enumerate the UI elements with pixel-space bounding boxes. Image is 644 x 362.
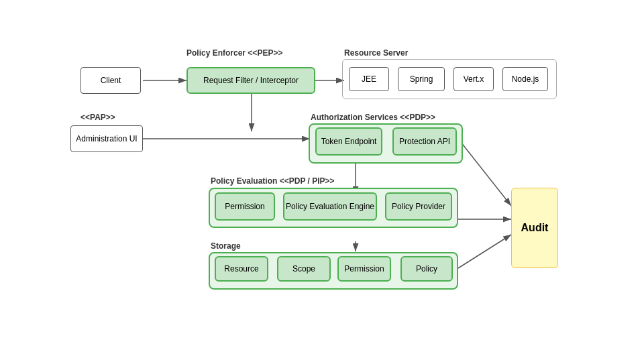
client-box: Client — [80, 67, 141, 94]
token-endpoint-box: Token Endpoint — [315, 127, 382, 156]
resource-box: Resource — [215, 256, 268, 282]
jee-box: JEE — [349, 67, 389, 91]
policy-box: Policy — [400, 256, 453, 282]
scope-box: Scope — [277, 256, 331, 282]
policy-eval-label: Policy Evaluation <<PDP / PIP>> — [211, 176, 335, 186]
pep-label: Policy Enforcer <<PEP>> — [186, 48, 282, 58]
audit-box: Audit — [511, 188, 558, 268]
diagram-container: Client Policy Enforcer <<PEP>> Request F… — [0, 0, 644, 362]
protection-api-box: Protection API — [392, 127, 457, 156]
permission-box: Permission — [215, 192, 275, 221]
request-filter-box: Request Filter / Interceptor — [186, 67, 315, 94]
svg-line-5 — [458, 139, 511, 206]
policy-eval-engine-box: Policy Evaluation Engine — [283, 192, 377, 221]
spring-box: Spring — [398, 67, 445, 91]
svg-line-8 — [458, 235, 511, 268]
pap-label: <<PAP>> — [80, 113, 115, 122]
policy-provider-box: Policy Provider — [385, 192, 452, 221]
permission2-box: Permission — [337, 256, 391, 282]
nodejs-box: Node.js — [502, 67, 548, 91]
resource-server-label: Resource Server — [344, 48, 408, 58]
storage-label: Storage — [211, 241, 241, 251]
admin-ui-box: Administration UI — [70, 125, 143, 152]
vertx-box: Vert.x — [453, 67, 494, 91]
auth-services-label: Authorization Services <<PDP>> — [311, 113, 435, 122]
